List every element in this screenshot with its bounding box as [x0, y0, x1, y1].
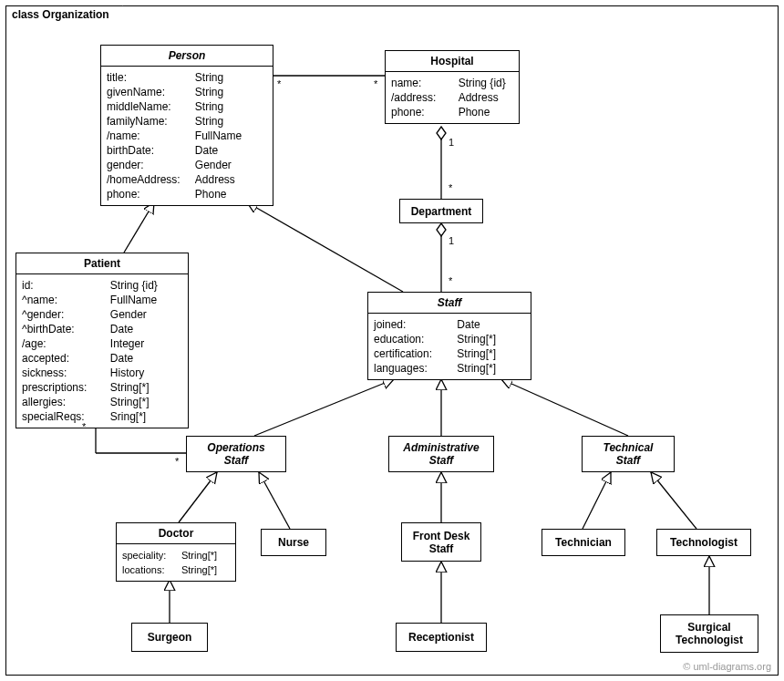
mult-dept-staff-bottom: * [449, 275, 452, 286]
class-hospital: Hospital name:String {id} /address:Addre… [385, 50, 520, 124]
class-department: Department [399, 199, 483, 223]
mult-dept-staff-top: 1 [449, 235, 454, 246]
package-label: class Organization [5, 5, 123, 25]
class-patient-attrs: id:String {id} ^name:FullName ^gender:Ge… [16, 274, 188, 428]
class-receptionist: Receptionist [396, 623, 487, 652]
class-staff: Staff joined:Date education:String[*] ce… [367, 292, 531, 380]
class-person-attrs: title:String givenName:String middleName… [101, 67, 273, 205]
class-technical-staff: Technical Staff [582, 436, 675, 472]
mult-person-hospital-left: * [277, 78, 281, 89]
class-hospital-attrs: name:String {id} /address:Address phone:… [386, 72, 519, 123]
class-person: Person title:String givenName:String mid… [100, 45, 273, 206]
class-patient: Patient id:String {id} ^name:FullName ^g… [15, 253, 189, 428]
class-staff-attrs: joined:Date education:String[*] certific… [368, 314, 531, 379]
mult-patient-ops-ops: * [175, 456, 179, 467]
mult-patient-ops-patient: * [82, 421, 86, 432]
class-surgeon: Surgeon [131, 623, 208, 652]
watermark: © uml-diagrams.org [683, 661, 771, 672]
class-hospital-name: Hospital [386, 51, 519, 72]
mult-hospital-dept-top: 1 [449, 137, 454, 148]
class-doctor: Doctor speciality:String[*] locations:St… [116, 522, 236, 582]
class-nurse: Nurse [261, 529, 326, 556]
class-doctor-attrs: speciality:String[*] locations:String[*] [117, 544, 235, 581]
class-patient-name: Patient [16, 253, 188, 274]
mult-person-hospital-right: * [374, 78, 377, 89]
class-technician: Technician [542, 529, 625, 556]
uml-canvas: class Organization [0, 0, 784, 681]
class-staff-name: Staff [368, 293, 531, 314]
class-person-name: Person [101, 46, 273, 67]
class-doctor-name: Doctor [117, 523, 235, 544]
class-technologist: Technologist [656, 529, 751, 556]
class-administrative-staff: Administrative Staff [388, 436, 494, 472]
class-operations-staff: Operations Staff [186, 436, 286, 472]
class-front-desk-staff: Front Desk Staff [401, 522, 481, 562]
class-surgical-technologist: Surgical Technologist [660, 614, 758, 653]
mult-hospital-dept-bottom: * [449, 182, 452, 193]
